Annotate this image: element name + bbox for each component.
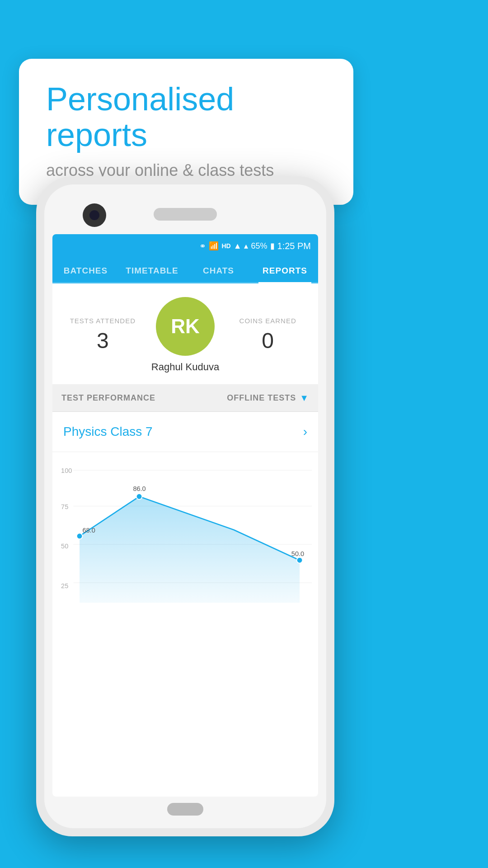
tab-reports[interactable]: REPORTS — [252, 258, 318, 282]
coins-earned-label: COINS EARNED — [226, 317, 309, 325]
battery-icon: ▮ — [270, 241, 275, 251]
tests-attended-label: TESTS ATTENDED — [61, 317, 144, 325]
chart-area: 100 75 50 25 — [52, 452, 318, 624]
y-label-75: 75 — [61, 503, 68, 510]
filter-label: OFFLINE TESTS — [227, 393, 296, 403]
chart-point-label-3: 50.0 — [291, 550, 304, 557]
status-time: 1:25 PM — [277, 241, 311, 251]
signal-icon: ▴ — [244, 241, 248, 251]
section-header: TEST PERFORMANCE OFFLINE TESTS ▼ — [52, 385, 318, 412]
y-label-50: 50 — [61, 542, 68, 550]
tooltip-title: Personalised reports — [46, 81, 326, 153]
chart-point-2 — [136, 494, 142, 500]
chevron-down-icon: ▼ — [300, 393, 309, 403]
home-button[interactable] — [167, 803, 203, 816]
chart-point-label-2: 86.0 — [133, 485, 145, 492]
nav-tabs: BATCHES TIMETABLE CHATS REPORTS — [52, 258, 318, 283]
chart-point-label-1: 68.0 — [82, 527, 95, 534]
speaker-grille — [154, 208, 217, 221]
profile-section: TESTS ATTENDED 3 RK Raghul Kuduva COINS … — [52, 283, 318, 385]
vibrate-icon: 📶 — [209, 241, 219, 251]
avatar: RK — [156, 297, 215, 356]
tab-batches[interactable]: BATCHES — [52, 258, 119, 282]
camera-icon — [83, 203, 106, 227]
coins-earned-value: 0 — [226, 328, 309, 353]
tab-chats[interactable]: CHATS — [185, 258, 252, 282]
status-bar: ⚭ 📶 HD ▲ ▴ 65% ▮ 1:25 PM — [52, 234, 318, 258]
class-row[interactable]: Physics Class 7 › — [52, 412, 318, 452]
y-label-100: 100 — [61, 467, 72, 474]
chevron-right-icon: › — [303, 425, 307, 439]
status-icons: ⚭ 📶 HD ▲ ▴ 65% ▮ 1:25 PM — [199, 241, 311, 251]
chart-point-3 — [297, 557, 303, 563]
y-label-25: 25 — [61, 582, 68, 590]
coins-earned-block: COINS EARNED 0 — [226, 317, 309, 353]
phone-inner: ⚭ 📶 HD ▲ ▴ 65% ▮ 1:25 PM BATCHES TIMETAB… — [44, 184, 326, 828]
phone-frame: ⚭ 📶 HD ▲ ▴ 65% ▮ 1:25 PM BATCHES TIMETAB… — [36, 176, 334, 836]
avatar-container: RK Raghul Kuduva — [144, 297, 227, 373]
phone-screen: ⚭ 📶 HD ▲ ▴ 65% ▮ 1:25 PM BATCHES TIMETAB… — [52, 234, 318, 797]
chart-point-1 — [77, 533, 83, 539]
filter-dropdown[interactable]: OFFLINE TESTS ▼ — [227, 393, 309, 403]
bluetooth-icon: ⚭ — [199, 241, 206, 251]
chart-fill — [80, 496, 300, 603]
battery-level: 65% — [251, 241, 267, 251]
tab-timetable[interactable]: TIMETABLE — [119, 258, 185, 282]
test-performance-label: TEST PERFORMANCE — [61, 393, 155, 403]
hd-icon: HD — [221, 242, 230, 250]
wifi-icon: ▲ — [234, 241, 242, 251]
class-name: Physics Class 7 — [63, 425, 153, 439]
tests-attended-value: 3 — [61, 328, 144, 353]
user-name: Raghul Kuduva — [151, 361, 219, 373]
performance-chart: 100 75 50 25 — [57, 461, 314, 619]
tests-attended-block: TESTS ATTENDED 3 — [61, 317, 144, 353]
